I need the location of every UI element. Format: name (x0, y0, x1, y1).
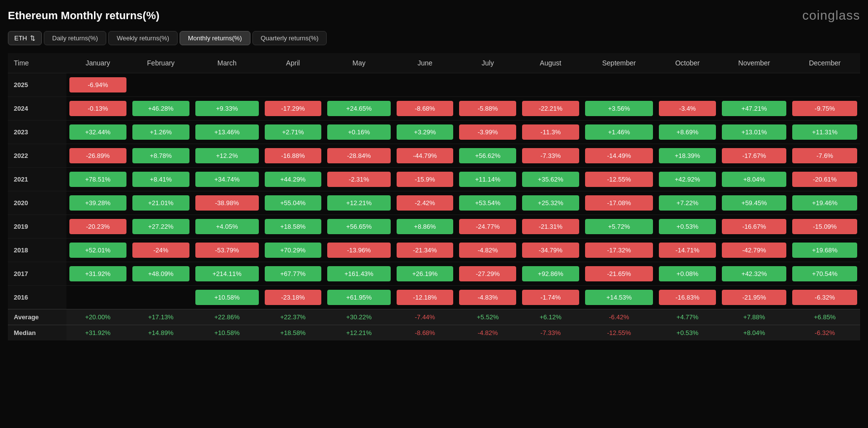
footer-cell: +17.13% (129, 309, 192, 325)
data-cell: -6.32% (789, 286, 860, 309)
page-header: Ethereum Monthly returns(%) coinglass (8, 8, 860, 23)
data-cell: -20.23% (66, 215, 129, 239)
col-header-time: Time (8, 53, 66, 73)
data-cell: -12.55% (582, 168, 656, 191)
data-cell: -1.74% (519, 286, 582, 309)
data-cell: -26.89% (66, 144, 129, 168)
data-cell: +32.44% (66, 121, 129, 144)
data-cell: +4.05% (192, 215, 262, 239)
tab-weekly[interactable]: Weekly returns(%) (108, 31, 178, 45)
data-cell: -53.79% (192, 239, 262, 262)
year-cell: 2021 (8, 168, 66, 191)
year-cell: 2019 (8, 215, 66, 239)
footer-cell: -6.42% (582, 309, 656, 325)
data-cell: -9.75% (789, 97, 860, 121)
year-cell: 2024 (8, 97, 66, 121)
data-cell: -3.4% (656, 97, 719, 121)
table-row: 2025-6.94% (8, 73, 860, 97)
data-cell: -20.61% (789, 168, 860, 191)
data-cell: -17.67% (719, 144, 790, 168)
data-cell: +55.04% (262, 191, 325, 215)
col-header-october: October (656, 53, 719, 73)
data-cell: +8.78% (129, 144, 192, 168)
table-row: 2022-26.89%+8.78%+12.2%-16.88%-28.84%-44… (8, 144, 860, 168)
data-cell: -24% (129, 239, 192, 262)
data-cell (719, 73, 790, 97)
data-cell: -27.29% (456, 262, 519, 286)
data-cell: +214.11% (192, 262, 262, 286)
data-cell: +18.39% (656, 144, 719, 168)
data-cell: +61.95% (324, 286, 394, 309)
col-header-february: February (129, 53, 192, 73)
data-cell: -16.88% (262, 144, 325, 168)
data-cell: +1.26% (129, 121, 192, 144)
returns-table: TimeJanuaryFebruaryMarchAprilMayJuneJuly… (8, 53, 860, 340)
data-cell (456, 73, 519, 97)
year-cell: 2020 (8, 191, 66, 215)
tab-daily[interactable]: Daily returns(%) (44, 31, 106, 45)
data-cell: +67.77% (262, 262, 325, 286)
data-cell: -13.96% (324, 239, 394, 262)
footer-cell: -4.82% (456, 325, 519, 341)
data-cell: +24.65% (324, 97, 394, 121)
footer-cell: +30.22% (324, 309, 394, 325)
returns-table-wrap: TimeJanuaryFebruaryMarchAprilMayJuneJuly… (8, 53, 860, 340)
data-cell: +18.58% (262, 215, 325, 239)
data-cell: -3.99% (456, 121, 519, 144)
data-cell: +92.86% (519, 262, 582, 286)
footer-cell: -6.32% (789, 325, 860, 341)
year-cell: 2022 (8, 144, 66, 168)
tab-monthly[interactable]: Monthly returns(%) (180, 31, 250, 45)
data-cell: +21.01% (129, 191, 192, 215)
data-cell: +8.41% (129, 168, 192, 191)
data-cell: -6.94% (66, 73, 129, 97)
asset-selector[interactable]: ETH ⇅ (8, 31, 42, 45)
col-header-may: May (324, 53, 394, 73)
data-cell: -15.09% (789, 215, 860, 239)
data-cell: -34.79% (519, 239, 582, 262)
data-cell: +27.22% (129, 215, 192, 239)
data-cell: +19.68% (789, 239, 860, 262)
data-cell: +19.46% (789, 191, 860, 215)
footer-cell: +14.89% (129, 325, 192, 341)
asset-label: ETH (14, 34, 27, 42)
data-cell: +14.53% (582, 286, 656, 309)
data-cell (582, 73, 656, 97)
data-cell: +12.21% (324, 191, 394, 215)
data-cell: -7.6% (789, 144, 860, 168)
data-cell: -28.84% (324, 144, 394, 168)
chevron-icon: ⇅ (30, 34, 35, 42)
footer-row: Median+31.92%+14.89%+10.58%+18.58%+12.21… (8, 325, 860, 341)
data-cell: +9.33% (192, 97, 262, 121)
col-header-july: July (456, 53, 519, 73)
data-cell: -0.13% (66, 97, 129, 121)
data-cell: +42.32% (719, 262, 790, 286)
data-cell: -24.77% (456, 215, 519, 239)
footer-cell: +20.00% (66, 309, 129, 325)
year-cell: 2016 (8, 286, 66, 309)
toolbar: ETH ⇅ Daily returns(%) Weekly returns(%)… (8, 31, 860, 45)
data-cell: -42.79% (719, 239, 790, 262)
data-cell: +53.54% (456, 191, 519, 215)
data-cell: -21.95% (719, 286, 790, 309)
data-cell: +1.46% (582, 121, 656, 144)
year-cell: 2023 (8, 121, 66, 144)
year-cell: 2025 (8, 73, 66, 97)
data-cell: +42.92% (656, 168, 719, 191)
data-cell: +3.56% (582, 97, 656, 121)
data-cell: +59.45% (719, 191, 790, 215)
data-cell: +78.51% (66, 168, 129, 191)
footer-cell: -12.55% (582, 325, 656, 341)
footer-cell: +18.58% (262, 325, 325, 341)
data-cell: +70.54% (789, 262, 860, 286)
data-cell: -22.21% (519, 97, 582, 121)
data-cell: +44.29% (262, 168, 325, 191)
tab-quarterly[interactable]: Quarterly returns(%) (252, 31, 327, 45)
data-cell: +8.04% (719, 168, 790, 191)
data-cell (394, 73, 457, 97)
table-header-row: TimeJanuaryFebruaryMarchAprilMayJuneJuly… (8, 53, 860, 73)
footer-cell: -7.44% (394, 309, 457, 325)
data-cell (519, 73, 582, 97)
data-cell: +34.74% (192, 168, 262, 191)
col-header-april: April (262, 53, 325, 73)
